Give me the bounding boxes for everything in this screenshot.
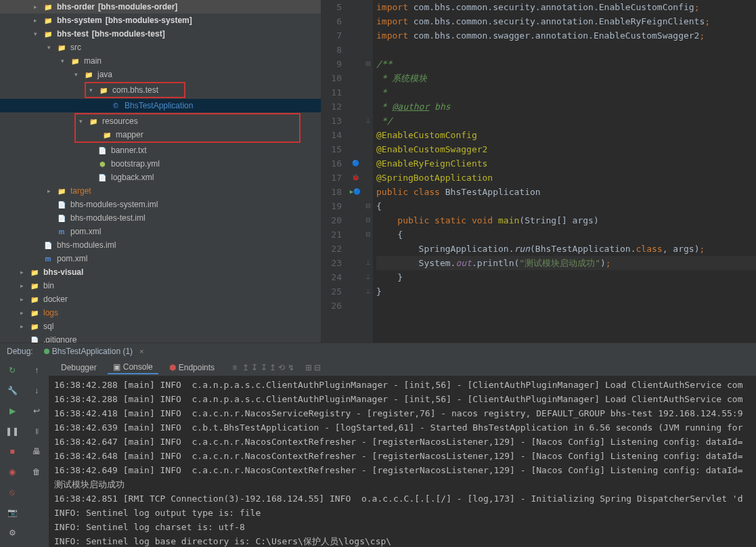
clear-button[interactable]: 🗑 [28, 464, 45, 480]
tree-item[interactable]: ▸📁logs [0, 306, 321, 320]
tree-item[interactable]: 📄bhs-modules.iml [0, 238, 321, 252]
debug-label: Debug: [7, 347, 33, 356]
tree-item[interactable]: 📄bhs-modules-test.iml [0, 211, 321, 225]
tree-item[interactable]: ▸📁bin [0, 279, 321, 292]
console-tab[interactable]: ▣ Console [108, 361, 158, 374]
tree-item[interactable]: 📁mapper [76, 128, 299, 141]
tree-item[interactable]: ▾📁com.bhs.test [86, 83, 184, 97]
console-output[interactable]: 16:38:42.288 [main] INFO c.a.n.p.a.s.c.C… [49, 376, 756, 547]
camera-button[interactable]: 📷 [4, 504, 20, 521]
resume-button[interactable]: ▶ [4, 403, 20, 419]
print-button[interactable]: 🖶 [28, 443, 45, 460]
code-editor[interactable]: 567891011121314151617181920212223242526 … [321, 0, 756, 343]
code-area[interactable]: import com.bhs.common.security.annotatio… [373, 0, 756, 343]
project-tree[interactable]: ▸📁bhs-order[bhs-modules-order]▸📁bhs-syst… [0, 0, 321, 343]
tree-item[interactable]: 📄banner.txt [0, 144, 321, 157]
console-tabs: Debugger ▣ Console ⬢ Endpoints ≡ ↥ ↧ ↧ ↥… [49, 359, 756, 376]
debug-config-tab[interactable]: BhsTestApplication (1) × [40, 345, 148, 357]
layout-button[interactable]: ⫴ [28, 423, 45, 439]
tree-item[interactable]: mpom.xml [0, 225, 321, 238]
endpoints-icon: ⬢ [169, 363, 176, 372]
close-icon[interactable]: × [139, 347, 143, 355]
scroll-down-button[interactable]: ↓ [28, 382, 45, 399]
tree-item[interactable]: ▸📁docker [0, 292, 321, 306]
fold-column[interactable]: ⊟⊥⊟⊟⊟⊥⊥⊥ [363, 0, 373, 343]
tree-item[interactable]: ▸📁sql [0, 320, 321, 333]
tree-item[interactable]: ▾📁main [0, 54, 321, 68]
tree-item[interactable]: ▸📁bhs-order[bhs-modules-order] [0, 0, 321, 14]
tree-item[interactable]: 📄logback.xml [0, 171, 321, 184]
settings-button[interactable]: ⚙ [4, 525, 20, 541]
console-panel: Debugger ▣ Console ⬢ Endpoints ≡ ↥ ↧ ↧ ↥… [49, 359, 756, 547]
endpoints-tab[interactable]: ⬢ Endpoints [164, 362, 220, 374]
debug-actions-sidebar: ↻ 🔧 ▶ ❚❚ ■ ◉ ⦸ 📷 ⚙ [0, 359, 24, 547]
tree-item[interactable]: ▸📁bhs-visual [0, 265, 321, 279]
running-dot-icon [44, 349, 49, 354]
tree-item[interactable]: 📄bhs-modules-system.iml [0, 198, 321, 211]
view-breakpoints-button[interactable]: ◉ [4, 464, 20, 480]
mute-breakpoints-button[interactable]: ⦸ [4, 484, 20, 500]
debugger-tab[interactable]: Debugger [55, 362, 102, 374]
tree-item[interactable]: ▸📁bhs-system[bhs-modules-system] [0, 14, 321, 27]
debug-toolbar: Debug: BhsTestApplication (1) × [0, 343, 756, 359]
soft-wrap-button[interactable]: ↩ [28, 403, 45, 419]
tree-item[interactable]: mpom.xml [0, 252, 321, 265]
debug-step-sidebar: ↑ ↓ ↩ ⫴ 🖶 🗑 [24, 359, 49, 547]
rerun-button[interactable]: ↻ [4, 362, 20, 378]
tools-button[interactable]: 🔧 [4, 382, 20, 399]
pause-button[interactable]: ❚❚ [4, 423, 20, 439]
tree-item[interactable]: ⬢bootstrap.yml [0, 157, 321, 171]
editor-gutter: 567891011121314151617181920212223242526 … [321, 0, 363, 343]
tree-item[interactable]: 📄.gitignore [0, 333, 321, 343]
tree-item[interactable]: ▸📁target [0, 184, 321, 198]
stop-button[interactable]: ■ [4, 443, 20, 460]
tree-item[interactable]: ©BhsTestApplication [0, 99, 321, 112]
tree-item[interactable]: ▾📁bhs-test[bhs-modules-test] [0, 27, 321, 41]
tree-item[interactable]: ▾📁src [0, 41, 321, 54]
scroll-up-button[interactable]: ↑ [28, 362, 45, 378]
console-icon: ▣ [113, 362, 120, 372]
tree-item[interactable]: ▾📁java [0, 68, 321, 81]
tree-item[interactable]: ▾📁resources [76, 114, 299, 128]
